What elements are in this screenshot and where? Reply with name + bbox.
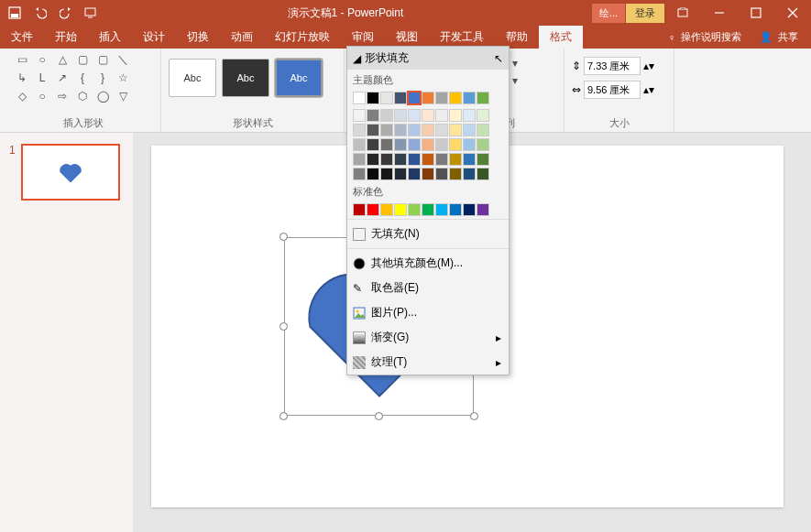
more-colors-item[interactable]: 其他填充颜色(M)... xyxy=(347,251,509,276)
color-swatch[interactable] xyxy=(463,203,476,216)
color-swatch[interactable] xyxy=(408,203,421,216)
shape-icon[interactable]: ↗ xyxy=(53,70,71,86)
color-swatch[interactable] xyxy=(353,153,366,166)
style-preset[interactable]: Abc xyxy=(169,59,216,97)
color-swatch[interactable] xyxy=(477,138,489,151)
color-swatch[interactable] xyxy=(422,109,434,122)
texture-item[interactable]: 纹理(T)▸ xyxy=(347,350,509,375)
resize-handle[interactable] xyxy=(470,412,478,420)
resize-handle[interactable] xyxy=(279,412,288,420)
color-swatch[interactable] xyxy=(477,203,489,216)
color-swatch[interactable] xyxy=(463,153,476,166)
color-swatch[interactable] xyxy=(449,138,462,151)
style-preset[interactable]: Abc xyxy=(222,59,269,97)
color-swatch[interactable] xyxy=(408,109,421,122)
shape-icon[interactable]: { xyxy=(73,70,92,86)
share-label[interactable]: 共享 xyxy=(778,30,798,44)
shape-icon[interactable]: L xyxy=(33,70,51,86)
color-swatch[interactable] xyxy=(422,168,434,180)
color-swatch[interactable] xyxy=(422,138,434,151)
color-swatch[interactable] xyxy=(449,124,462,136)
color-swatch[interactable] xyxy=(367,168,379,180)
shape-icon[interactable]: △ xyxy=(53,51,71,68)
gradient-item[interactable]: 渐变(G)▸ xyxy=(347,325,509,350)
color-swatch[interactable] xyxy=(394,168,407,180)
minimize-icon[interactable] xyxy=(701,0,738,26)
width-input[interactable] xyxy=(584,81,641,99)
color-swatch[interactable] xyxy=(449,109,462,122)
color-swatch[interactable] xyxy=(394,92,407,104)
drawing-tools-tab[interactable]: 绘... xyxy=(592,4,625,23)
color-swatch[interactable] xyxy=(353,124,366,136)
color-swatch[interactable] xyxy=(435,153,448,166)
style-preset-selected[interactable]: Abc xyxy=(275,59,323,97)
color-swatch[interactable] xyxy=(408,138,421,151)
tab-transition[interactable]: 切换 xyxy=(176,26,220,49)
color-swatch[interactable] xyxy=(408,92,421,104)
color-swatch[interactable] xyxy=(353,168,366,180)
tab-file[interactable]: 文件 xyxy=(0,26,44,49)
color-swatch[interactable] xyxy=(408,124,421,136)
color-swatch[interactable] xyxy=(435,92,448,104)
color-swatch[interactable] xyxy=(380,92,393,104)
color-swatch[interactable] xyxy=(477,168,489,180)
shape-icon[interactable]: ○ xyxy=(33,88,51,104)
color-swatch[interactable] xyxy=(422,153,434,166)
maximize-icon[interactable] xyxy=(738,0,774,26)
shape-icon[interactable]: ⇨ xyxy=(53,88,71,104)
color-swatch[interactable] xyxy=(449,168,462,180)
height-input[interactable] xyxy=(584,57,641,75)
picture-item[interactable]: 图片(P)... xyxy=(347,300,509,325)
tab-animation[interactable]: 动画 xyxy=(220,26,264,49)
close-icon[interactable] xyxy=(774,0,811,26)
color-swatch[interactable] xyxy=(435,168,448,180)
color-swatch[interactable] xyxy=(422,92,434,104)
color-swatch[interactable] xyxy=(353,203,366,216)
spinner-icon[interactable]: ▴▾ xyxy=(643,83,654,96)
color-swatch[interactable] xyxy=(394,153,407,166)
color-swatch[interactable] xyxy=(408,168,421,180)
resize-handle[interactable] xyxy=(279,233,288,241)
color-swatch[interactable] xyxy=(477,92,489,104)
shapes-gallery[interactable]: ▭○△▢▢＼ ↳L↗{}☆ ◇○⇨⬡◯▽ xyxy=(13,51,153,104)
color-swatch[interactable] xyxy=(380,168,393,180)
color-swatch[interactable] xyxy=(353,109,366,122)
color-swatch[interactable] xyxy=(477,153,489,166)
shape-icon[interactable]: ▢ xyxy=(73,51,92,68)
resize-handle[interactable] xyxy=(279,322,288,331)
color-swatch[interactable] xyxy=(367,138,379,151)
shape-fill-header[interactable]: ◢ 形状填充 ↖ xyxy=(347,47,509,70)
shape-icon[interactable]: ⬡ xyxy=(73,88,92,104)
color-swatch[interactable] xyxy=(367,109,379,122)
color-swatch[interactable] xyxy=(394,109,407,122)
color-swatch[interactable] xyxy=(435,124,448,136)
eyedropper-item[interactable]: ✎取色器(E) xyxy=(347,276,509,300)
tell-me-icon[interactable]: ♀ xyxy=(668,32,675,43)
color-swatch[interactable] xyxy=(477,124,489,136)
color-swatch[interactable] xyxy=(367,203,379,216)
tab-design[interactable]: 设计 xyxy=(132,26,176,49)
color-swatch[interactable] xyxy=(380,203,393,216)
resize-handle[interactable] xyxy=(375,412,383,420)
color-swatch[interactable] xyxy=(449,153,462,166)
shape-icon[interactable]: ○ xyxy=(33,51,51,68)
color-swatch[interactable] xyxy=(422,124,434,136)
ribbon-options-icon[interactable] xyxy=(664,0,701,26)
color-swatch[interactable] xyxy=(353,138,366,151)
shape-icon[interactable]: ＼ xyxy=(114,51,132,68)
share-icon[interactable]: 👤 xyxy=(760,31,773,43)
color-swatch[interactable] xyxy=(463,138,476,151)
color-swatch[interactable] xyxy=(394,203,407,216)
color-swatch[interactable] xyxy=(367,153,379,166)
tell-me-label[interactable]: 操作说明搜索 xyxy=(681,30,741,44)
color-swatch[interactable] xyxy=(463,168,476,180)
color-swatch[interactable] xyxy=(380,124,393,136)
color-swatch[interactable] xyxy=(380,153,393,166)
save-icon[interactable] xyxy=(7,5,22,20)
color-swatch[interactable] xyxy=(463,92,476,104)
shape-icon[interactable]: ▢ xyxy=(93,51,112,68)
color-swatch[interactable] xyxy=(449,92,462,104)
color-swatch[interactable] xyxy=(449,203,462,216)
color-swatch[interactable] xyxy=(435,203,448,216)
shape-icon[interactable]: ☆ xyxy=(114,70,132,86)
